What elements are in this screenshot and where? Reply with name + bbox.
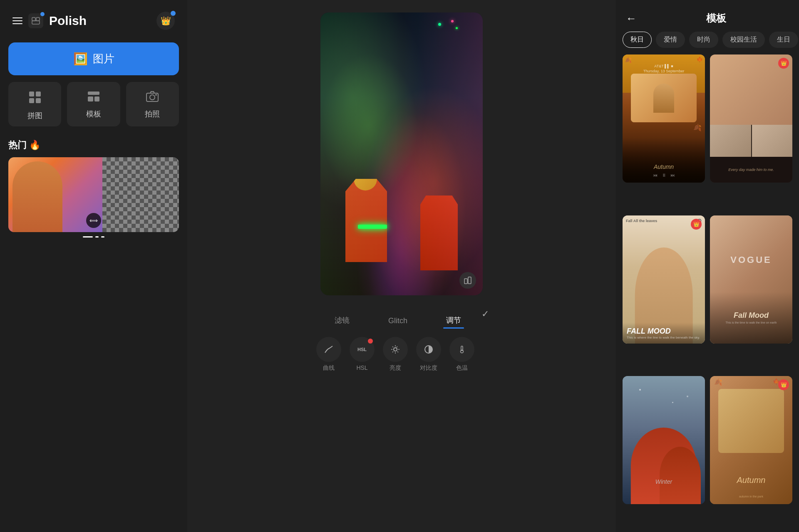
collage-button[interactable]: 拼图 bbox=[8, 82, 61, 126]
curve-tool[interactable]: 曲线 bbox=[316, 337, 341, 372]
svg-rect-3 bbox=[29, 92, 34, 97]
collage-icon bbox=[29, 91, 41, 106]
picture-button[interactable]: 🖼️ 图片 bbox=[8, 42, 179, 75]
filter-tab-fashion[interactable]: 时尚 bbox=[689, 32, 718, 48]
tmpl1-title: Autumn bbox=[654, 163, 674, 170]
svg-rect-4 bbox=[36, 92, 41, 97]
filter-tab-love[interactable]: 爱情 bbox=[656, 32, 685, 48]
svg-point-12 bbox=[155, 94, 157, 96]
tmpl2-premium-badge: 👑 bbox=[778, 58, 789, 69]
tmpl1-leaf2: 🍁 bbox=[697, 57, 703, 62]
tmpl1-controls: ⏮⏸⏭ bbox=[653, 173, 675, 178]
tmpl2-photo-bl bbox=[710, 125, 751, 157]
right-header: ← 模板 bbox=[616, 0, 799, 32]
middle-panel: 滤镜 Glitch 调节 ✓ 曲线 HSL HSL bbox=[187, 0, 616, 532]
glitch-overlay-blue bbox=[322, 12, 483, 295]
app-title: Polish bbox=[49, 14, 151, 28]
photo-canvas bbox=[320, 12, 483, 295]
fire-icon: 🔥 bbox=[29, 140, 40, 151]
camera-icon bbox=[146, 91, 159, 105]
hot-person-figure bbox=[12, 161, 62, 232]
left-panel: Polish 👑 🖼️ 图片 拼图 bbox=[0, 0, 187, 532]
confirm-button[interactable]: ✓ bbox=[481, 309, 489, 323]
tmpl5-title: Winter bbox=[623, 478, 705, 485]
edit-badge: ⟺ bbox=[86, 213, 101, 228]
tmpl1-person-silhouette bbox=[653, 84, 674, 113]
filter-tab-autumn[interactable]: 秋日 bbox=[623, 32, 652, 48]
dot-3 bbox=[101, 236, 104, 238]
svg-point-15 bbox=[394, 348, 397, 351]
svg-rect-9 bbox=[94, 97, 99, 101]
svg-rect-5 bbox=[29, 98, 34, 103]
svg-rect-8 bbox=[88, 97, 93, 101]
dot-indicators bbox=[8, 236, 179, 238]
filter-tabs: 秋日 爱情 时尚 校园生活 生日 赛场 bbox=[616, 32, 799, 54]
tmpl2-text: Every day made him to me. bbox=[728, 167, 774, 173]
tmpl1-photo-inner bbox=[631, 74, 697, 122]
bottom-tools: 曲线 HSL HSL 亮度 对比度 bbox=[312, 337, 491, 372]
svg-rect-6 bbox=[36, 98, 41, 103]
back-button[interactable]: ← bbox=[626, 12, 637, 25]
tmpl6-photo-inner bbox=[718, 389, 784, 453]
crown-icon: 👑 bbox=[781, 382, 787, 388]
tmpl4-fall-text: Fall Mood bbox=[710, 311, 792, 320]
template-button[interactable]: 模板 bbox=[67, 82, 120, 126]
app-header: Polish 👑 bbox=[8, 0, 179, 38]
template-card-6[interactable]: Autumn autumn in the park 🍂 🍁 👑 bbox=[710, 376, 792, 504]
svg-rect-1 bbox=[36, 17, 40, 21]
crown-icon: 👑 bbox=[693, 221, 700, 227]
tab-filter[interactable]: 滤镜 bbox=[314, 311, 370, 329]
camera-button[interactable]: 拍照 bbox=[126, 82, 179, 126]
tmpl5-text-area: Winter bbox=[623, 478, 705, 485]
templates-grid: AT&T ▌▌ ■ Thursday, 13 September 9:41 Au… bbox=[616, 54, 799, 532]
tab-bar-container: 滤镜 Glitch 调节 ✓ bbox=[314, 303, 489, 329]
crown-icon: 👑 bbox=[161, 16, 171, 26]
dot-1 bbox=[83, 236, 93, 238]
contrast-tool[interactable]: 对比度 bbox=[416, 337, 441, 372]
tmpl6-leaf1: 🍂 bbox=[714, 378, 722, 386]
tmpl3-overlay: FALL MOOD This is where the line to walk… bbox=[623, 323, 705, 344]
hsl-tool[interactable]: HSL HSL bbox=[350, 337, 375, 372]
tmpl6-subtitle: autumn in the park bbox=[710, 495, 792, 498]
picture-icon: 🖼️ bbox=[73, 52, 88, 66]
crown-button[interactable]: 👑 bbox=[156, 12, 175, 30]
template-card-2[interactable]: Every day made him to me. 👑 bbox=[710, 54, 792, 183]
dot-2 bbox=[95, 236, 99, 238]
tmpl2-photo-br bbox=[752, 125, 792, 157]
hot-title: 热门 🔥 bbox=[8, 139, 179, 151]
tools-row: 拼图 模板 拍照 bbox=[8, 82, 179, 126]
tmpl3-title: FALL MOOD bbox=[627, 327, 701, 336]
canvas-format-button[interactable] bbox=[459, 272, 476, 289]
template-card-4[interactable]: VOGUE Fall Mood This is the time to walk… bbox=[710, 215, 792, 344]
tab-adjust[interactable]: 调节 bbox=[426, 311, 481, 329]
tmpl1-leaf1: 🍂 bbox=[625, 57, 632, 63]
filter-tab-birthday[interactable]: 生日 bbox=[769, 32, 798, 48]
temperature-icon bbox=[449, 337, 474, 362]
temperature-tool[interactable]: 色温 bbox=[449, 337, 474, 372]
template-card-3[interactable]: Fall All the leaves FALL MOOD This is wh… bbox=[623, 215, 705, 344]
contrast-icon bbox=[416, 337, 441, 362]
tmpl1-leaf3: 🍂 bbox=[693, 124, 702, 131]
tmpl5-figure-right bbox=[660, 447, 701, 505]
svg-rect-2 bbox=[32, 21, 40, 24]
template-card-5[interactable]: Winter bbox=[623, 376, 705, 504]
menu-icon[interactable] bbox=[12, 17, 22, 24]
app-logo-icon bbox=[28, 13, 43, 28]
right-title: 模板 bbox=[643, 12, 789, 25]
tmpl4-sub: This is the time to walk the line on ear… bbox=[710, 321, 792, 324]
filter-tab-campus[interactable]: 校园生活 bbox=[722, 32, 765, 48]
hsl-icon: HSL bbox=[350, 337, 375, 362]
tmpl3-top-text: Fall All the leaves bbox=[626, 219, 657, 223]
tmpl2-text-area: Every day made him to me. bbox=[710, 157, 792, 183]
hot-preview[interactable]: ⟺ bbox=[8, 157, 179, 232]
tmpl6-photo bbox=[718, 389, 784, 453]
template-card-1[interactable]: AT&T ▌▌ ■ Thursday, 13 September 9:41 Au… bbox=[623, 54, 705, 183]
picture-label: 图片 bbox=[93, 52, 114, 66]
snow1 bbox=[639, 389, 641, 391]
hot-section: 热门 🔥 ⟺ bbox=[8, 139, 179, 238]
template-label: 模板 bbox=[86, 109, 101, 119]
svg-rect-0 bbox=[32, 17, 35, 21]
tmpl1-bottom: Autumn ⏮⏸⏭ bbox=[623, 138, 705, 183]
brightness-tool[interactable]: 亮度 bbox=[383, 337, 408, 372]
tab-glitch[interactable]: Glitch bbox=[370, 312, 426, 329]
